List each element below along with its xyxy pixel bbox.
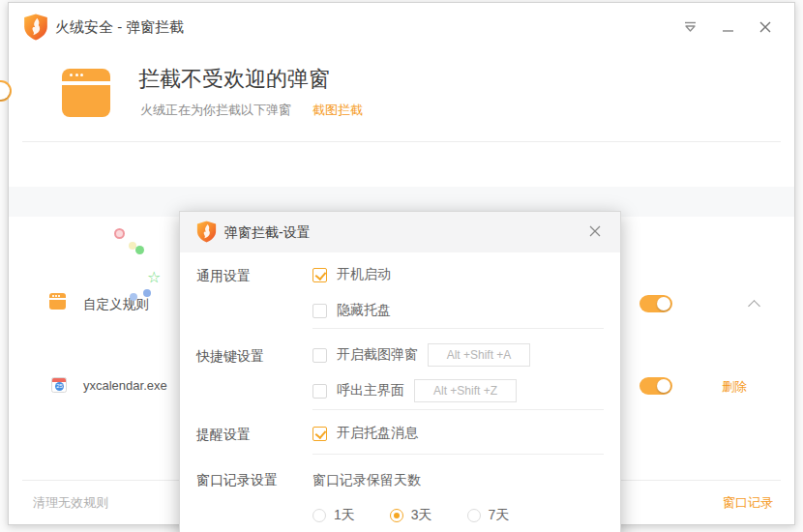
confetti-flower-icon [114,228,125,239]
section-label-hotkeys: 快捷键设置 [196,348,264,366]
section-divider [312,454,604,455]
rule-delete-button[interactable]: 删除 [722,378,747,396]
rule-toggle[interactable] [639,377,672,395]
popup-block-master-toggle[interactable] [0,80,12,102]
confetti-star-icon: ☆ [147,270,161,285]
option-label: 开机启动 [337,266,391,283]
option-row: 隐藏托盘 [312,302,391,319]
huorong-logo-icon [196,221,217,243]
clean-invalid-rules-link[interactable]: 清理无效规则 [33,494,108,512]
screenshot-block-link[interactable]: 截图拦截 [312,103,363,117]
window-title: 火绒安全 - 弹窗拦截 [55,18,184,37]
custom-rules-title: 自定义规则 [83,296,149,313]
tray-message-checkbox[interactable] [312,427,327,441]
section-divider [312,328,604,329]
radio-icon-selected[interactable] [390,509,403,522]
option-label: 开启截图弹窗 [337,346,418,364]
main-ui-hotkey-input[interactable] [414,379,517,402]
section-label-general: 通用设置 [196,268,251,285]
option-label: 开启托盘消息 [337,425,418,442]
screenshot-hotkey-input[interactable] [428,343,530,367]
titlebar: 火绒安全 - 弹窗拦截 [9,3,794,51]
dialog-close-icon[interactable] [586,222,604,240]
huorong-logo-icon [23,14,48,41]
confetti-dot-icon [135,246,144,254]
custom-rules-header: 自定义规则 已开启1项 [9,142,794,187]
retention-option-1day[interactable]: 1天 [312,507,355,524]
section-label-records: 窗口记录设置 [196,472,278,489]
minimize-icon[interactable] [720,19,735,35]
confetti-dot-icon [130,293,137,301]
main-menu-icon[interactable] [682,19,698,35]
dialog-titlebar: 弹窗拦截-设置 [180,212,620,252]
section-label-reminder: 提醒设置 [196,427,251,444]
retention-option-3days[interactable]: 3天 [390,507,432,524]
option-label: 隐藏托盘 [337,302,391,319]
retention-option-7days[interactable]: 7天 [467,507,510,524]
collapse-chevron-up-icon[interactable] [748,300,760,312]
settings-dialog: 弹窗拦截-设置 通用设置 开机启动 隐藏托盘 快捷键设置 开启截图弹窗 呼出主界… [179,211,621,532]
dialog-title: 弹窗拦截-设置 [224,224,311,242]
option-row: 开启托盘消息 [312,425,418,442]
custom-rules-icon [49,293,66,310]
show-main-ui-checkbox[interactable] [312,384,327,399]
screen: 火绒安全 - 弹窗拦截 拦截不受欢迎的弹窗 火绒正在为你拦截以下弹窗截图拦截 [0,0,803,532]
option-row: 呼出主界面 [312,379,517,402]
window-controls [682,19,773,35]
screenshot-popup-checkbox[interactable] [312,348,327,363]
option-label: 呼出主界面 [337,382,404,399]
page-title: 拦截不受欢迎的弹窗 [138,65,330,94]
autostart-checkbox[interactable] [312,268,327,282]
option-row: 开机启动 [312,266,391,283]
window-records-link[interactable]: 窗口记录 [723,494,773,512]
retention-radio-group: 1天 3天 7天 [312,507,544,524]
custom-rules-toggle[interactable] [639,295,672,312]
option-row: 开启截图弹窗 [312,343,530,367]
close-icon[interactable] [758,19,773,35]
section-divider [312,409,604,410]
records-retention-hint: 窗口记录保留天数 [312,472,421,489]
rule-process-name: yxcalendar.exe [83,378,167,393]
calendar-app-icon: 25 [51,377,67,393]
radio-icon[interactable] [467,509,481,522]
confetti-dot-icon [143,289,151,297]
page-subtitle: 火绒正在为你拦截以下弹窗 [140,103,291,117]
radio-icon[interactable] [312,509,326,522]
popup-blocker-app-icon [62,69,110,117]
hide-tray-checkbox[interactable] [312,304,327,318]
